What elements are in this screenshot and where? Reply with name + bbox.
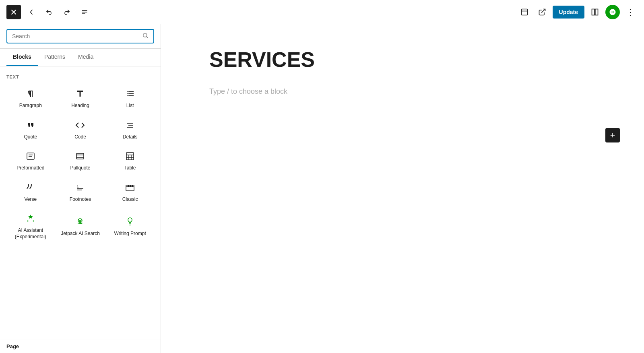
preview-button[interactable] (535, 5, 549, 19)
footnotes-label: Footnotes (70, 196, 91, 203)
block-inserter-button[interactable] (24, 5, 39, 19)
svg-line-5 (541, 9, 545, 12)
editor-area[interactable]: SERVICES Type / to choose a block (161, 24, 644, 353)
toolbar-right: Update ⋮ (517, 5, 638, 19)
svg-rect-25 (128, 185, 129, 187)
svg-point-34 (81, 219, 82, 220)
search-bar (0, 24, 161, 49)
svg-rect-27 (132, 185, 133, 187)
svg-rect-32 (79, 221, 81, 222)
search-icon (142, 32, 149, 40)
sidebar-footer: Page (0, 339, 161, 353)
block-item-pullquote[interactable]: Pullquote (56, 147, 105, 176)
verse-icon (26, 183, 35, 194)
block-item-jetpack-ai-search[interactable]: Jetpack AI Search (56, 209, 105, 245)
writing-prompt-label: Writing Prompt (114, 231, 146, 237)
block-item-heading[interactable]: Heading (56, 84, 105, 114)
code-icon (75, 120, 85, 132)
svg-rect-6 (592, 9, 595, 15)
jetpack-ai-search-icon (75, 217, 85, 228)
tab-patterns[interactable]: Patterns (38, 49, 72, 66)
undo-button[interactable] (42, 5, 56, 19)
tab-blocks[interactable]: Blocks (6, 49, 38, 66)
svg-rect-3 (521, 9, 527, 15)
footnotes-icon: 1. (75, 183, 85, 194)
preformatted-label: Preformatted (17, 165, 44, 171)
pullquote-label: Pullquote (70, 165, 90, 171)
jetpack-ai-search-label: Jetpack AI Search (61, 231, 100, 237)
svg-line-9 (147, 37, 148, 38)
block-placeholder[interactable]: Type / to choose a block (209, 87, 596, 96)
classic-label: Classic (122, 196, 138, 203)
block-item-preformatted[interactable]: Preformatted (6, 147, 55, 176)
list-icon (125, 89, 135, 100)
ai-assistant-label: AI Assistant (Experimental) (10, 227, 52, 240)
close-button[interactable] (6, 5, 21, 19)
block-item-paragraph[interactable]: Paragraph (6, 84, 55, 114)
preformatted-icon (26, 151, 35, 163)
table-label: Table (124, 165, 136, 171)
svg-point-8 (143, 33, 147, 37)
svg-rect-16 (126, 153, 134, 160)
svg-rect-36 (78, 223, 82, 224)
add-block-button[interactable] (605, 128, 620, 142)
svg-rect-13 (76, 153, 84, 159)
svg-rect-10 (27, 153, 34, 159)
quote-icon (26, 120, 35, 132)
paragraph-icon (26, 89, 35, 100)
block-item-table[interactable]: Table (106, 147, 154, 176)
page-title: SERVICES (209, 48, 596, 71)
section-label-text: TEXT (0, 71, 161, 81)
toolbar-left (6, 5, 514, 19)
sidebar-content: TEXT Paragraph (0, 66, 161, 339)
search-input[interactable] (12, 33, 139, 39)
block-item-verse[interactable]: Verse (6, 178, 55, 208)
list-label: List (126, 103, 134, 109)
sidebar: Blocks Patterns Media TEXT Paragraph (0, 24, 161, 353)
toolbar: Update ⋮ (0, 0, 644, 24)
details-label: Details (123, 134, 138, 140)
table-icon (125, 151, 135, 163)
block-item-writing-prompt[interactable]: Writing Prompt (106, 209, 154, 245)
block-item-details[interactable]: Details (106, 116, 154, 145)
code-label: Code (74, 134, 86, 140)
paragraph-label: Paragraph (19, 103, 42, 109)
document-overview-button[interactable] (77, 5, 92, 19)
redo-button[interactable] (60, 5, 74, 19)
block-item-code[interactable]: Code (56, 116, 105, 145)
blocks-grid: Paragraph Heading (0, 81, 161, 248)
quote-label: Quote (24, 134, 37, 140)
block-item-quote[interactable]: Quote (6, 116, 55, 145)
svg-point-28 (27, 221, 28, 222)
sidebar-footer-label: Page (6, 343, 19, 349)
options-button[interactable]: ⋮ (623, 5, 638, 19)
svg-point-33 (78, 219, 79, 220)
heading-icon (75, 89, 85, 100)
block-item-ai-assistant[interactable]: AI Assistant (Experimental) (6, 209, 55, 245)
svg-text:1.: 1. (77, 185, 79, 188)
svg-point-29 (33, 221, 34, 222)
block-item-footnotes[interactable]: 1. Footnotes (56, 178, 105, 208)
svg-rect-7 (595, 9, 598, 15)
svg-rect-26 (130, 185, 131, 187)
update-button[interactable]: Update (553, 6, 584, 19)
search-input-wrap (6, 29, 154, 43)
pullquote-icon (75, 151, 85, 163)
block-item-list[interactable]: List (106, 84, 154, 114)
writing-prompt-icon (125, 217, 135, 228)
block-item-classic[interactable]: Classic (106, 178, 154, 208)
verse-label: Verse (24, 196, 37, 203)
settings-button[interactable] (588, 5, 602, 19)
details-icon (125, 120, 135, 132)
main-layout: Blocks Patterns Media TEXT Paragraph (0, 24, 644, 353)
view-button[interactable] (517, 5, 532, 19)
classic-icon (125, 183, 135, 194)
ai-assistant-icon (26, 214, 35, 225)
tab-media[interactable]: Media (72, 49, 100, 66)
tabs: Blocks Patterns Media (0, 49, 161, 66)
heading-label: Heading (71, 103, 89, 109)
svg-rect-31 (79, 220, 81, 221)
jetpack-badge (605, 5, 620, 19)
